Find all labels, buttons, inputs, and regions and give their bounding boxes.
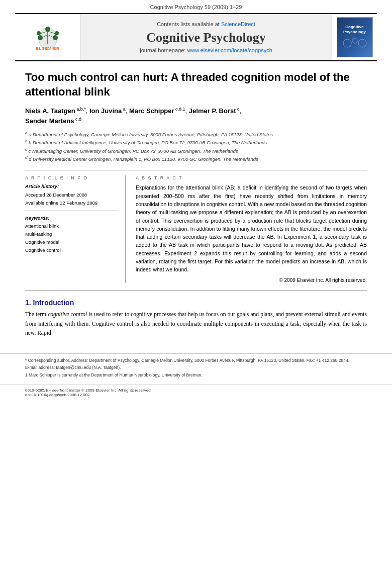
journal-cover-section: Cognitive Psychology <box>332 14 377 60</box>
elsevier-tree-icon: ELSEVIER <box>28 24 68 51</box>
affiliation-b: b b Department of Artificial Intelligenc… <box>25 138 367 146</box>
contents-line: Contents lists available at ScienceDirec… <box>157 21 255 27</box>
keyword-2: Multi-tasking <box>25 230 118 238</box>
divider-2 <box>25 211 118 211</box>
article-info-label: A R T I C L E I N F O <box>25 175 118 180</box>
introduction-body: The term cognitive control is used to re… <box>25 310 367 337</box>
keywords-list: Attentional blink Multi-tasking Cognitiv… <box>25 222 118 255</box>
article-info-abstract: A R T I C L E I N F O Article history: A… <box>25 175 367 283</box>
journal-homepage: journal homepage: www.elsevier.com/locat… <box>140 47 272 53</box>
affiliation-c: c c Neuroimaging Center, University of G… <box>25 147 367 155</box>
page-container: Cognitive Psychology 59 (2009) 1–29 <box>0 0 392 407</box>
author-3: Marc Schipper <box>129 108 174 115</box>
keyword-1: Attentional blink <box>25 222 118 230</box>
affiliation-a: a a Department of Psychology, Carnegie M… <box>25 130 367 138</box>
svg-point-14 <box>352 38 357 43</box>
svg-line-17 <box>357 42 358 43</box>
svg-point-7 <box>38 35 43 40</box>
abstract-column: A B S T R A C T Explanations for the att… <box>136 175 367 283</box>
keyword-3: Cognitive model <box>25 238 118 246</box>
page-footer: * Corresponding author. Address: Departm… <box>0 353 392 378</box>
main-content: Too much control can hurt: A threaded co… <box>0 61 392 343</box>
journal-cover-image: Cognitive Psychology <box>337 17 373 57</box>
footer-bottom: 0010-0285/$ – see front matter © 2009 El… <box>0 385 392 397</box>
abstract-label: A B S T R A C T <box>136 175 367 180</box>
accepted-date: Accepted 28 December 2008 <box>25 191 118 199</box>
author-5: Sander Martens <box>25 117 74 125</box>
keywords-label: Keywords: <box>25 215 118 221</box>
footnote-email: E-mail address: taatgen@cmu.edu (N.A. Ta… <box>25 364 367 371</box>
svg-text:ELSEVIER: ELSEVIER <box>36 46 60 51</box>
cover-graphic <box>340 36 370 51</box>
article-title: Too much control can hurt: A threaded co… <box>25 70 367 99</box>
journal-header: ELSEVIER Contents lists available at Sci… <box>15 13 377 61</box>
header-middle: Contents lists available at ScienceDirec… <box>80 14 332 60</box>
svg-point-9 <box>37 31 41 35</box>
history-label: Article history: <box>25 183 118 189</box>
available-online-date: Available online 12 February 2009 <box>25 199 118 207</box>
section-heading: 1. Introduction <box>25 299 367 307</box>
svg-point-8 <box>53 35 58 40</box>
author-1: Niels A. Taatgen <box>25 108 75 115</box>
homepage-link[interactable]: www.elsevier.com/locate/cogpsych <box>187 47 272 53</box>
footer-doi-line: 0010-0285/$ – see front matter © 2009 El… <box>25 388 152 397</box>
svg-point-13 <box>343 39 351 47</box>
footnote-1: 1 Marc Schipper is currently at the Depa… <box>25 372 367 378</box>
article-info-dates: Accepted 28 December 2008 Available onli… <box>25 191 118 206</box>
sciencedirect-link[interactable]: ScienceDirect <box>221 21 255 27</box>
svg-point-10 <box>55 31 59 35</box>
affiliations: a a Department of Psychology, Carnegie M… <box>25 130 367 163</box>
author-2: Ion Juvina <box>89 108 122 115</box>
journal-title-header: Cognitive Psychology <box>146 30 266 45</box>
introduction-section: 1. Introduction The term cognitive contr… <box>25 299 367 337</box>
article-info-column: A R T I C L E I N F O Article history: A… <box>25 175 126 283</box>
authors-line: Niels A. Taatgen a,b,*, Ion Juvina a, Ma… <box>25 106 367 126</box>
svg-point-11 <box>45 27 50 32</box>
divider-3 <box>25 290 367 291</box>
footnote-corresponding: * Corresponding author. Address: Departm… <box>25 357 367 364</box>
copyright-line: © 2009 Elsevier Inc. All rights reserved… <box>136 277 367 283</box>
svg-line-16 <box>351 42 352 43</box>
affiliation-d: d d University Medical Center Groningen,… <box>25 155 367 163</box>
abstract-text: Explanations for the attentional blink (… <box>136 183 367 273</box>
author-4: Jelmer P. Borst <box>189 108 236 115</box>
svg-point-15 <box>358 39 366 47</box>
cover-title: Cognitive Psychology <box>342 24 367 36</box>
citation-line: Cognitive Psychology 59 (2009) 1–29 <box>0 0 392 13</box>
keyword-4: Cognitive control <box>25 246 118 254</box>
section-title: Introduction <box>33 299 74 307</box>
elsevier-logo-section: ELSEVIER <box>15 14 80 60</box>
divider-1 <box>25 170 367 170</box>
citation-text: Cognitive Psychology 59 (2009) 1–29 <box>150 4 242 10</box>
